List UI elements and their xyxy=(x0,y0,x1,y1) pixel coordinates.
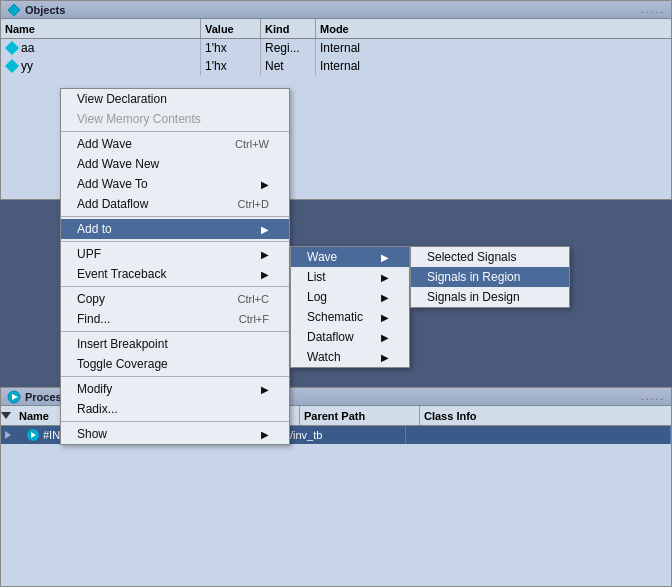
objects-table-header: Name Value Kind Mode xyxy=(1,19,671,39)
row-kind-yy: Net xyxy=(261,57,316,75)
submenu-item-list[interactable]: List ▶ xyxy=(291,267,409,287)
submenu-arrow: ▶ xyxy=(381,332,389,343)
submenu-item-signals-in-design[interactable]: Signals in Design xyxy=(411,287,569,307)
svg-marker-0 xyxy=(8,4,20,16)
expand-arrow-icon xyxy=(5,431,11,439)
submenu-arrow: ▶ xyxy=(381,352,389,363)
col-header-mode[interactable]: Mode xyxy=(316,19,396,38)
submenu-arrow: ▶ xyxy=(261,179,269,190)
submenu-item-schematic[interactable]: Schematic ▶ xyxy=(291,307,409,327)
menu-item-add-wave-to[interactable]: Add Wave To ▶ xyxy=(61,174,289,194)
submenu-arrow: ▶ xyxy=(381,272,389,283)
menu-separator xyxy=(61,131,289,132)
objects-titlebar: Objects ..... xyxy=(1,1,671,19)
diamond-icon xyxy=(5,59,19,73)
submenu-item-watch[interactable]: Watch ▶ xyxy=(291,347,409,367)
submenu-arrow: ▶ xyxy=(381,312,389,323)
submenu-item-wave[interactable]: Wave ▶ xyxy=(291,247,409,267)
menu-item-insert-breakpoint[interactable]: Insert Breakpoint xyxy=(61,334,289,354)
menu-item-event-traceback[interactable]: Event Traceback ▶ xyxy=(61,264,289,284)
submenu-item-signals-in-region[interactable]: Signals in Region xyxy=(411,267,569,287)
menu-item-view-memory[interactable]: View Memory Contents xyxy=(61,109,289,129)
menu-separator xyxy=(61,241,289,242)
table-row[interactable]: yy 1'hx Net Internal xyxy=(1,57,671,75)
menu-separator xyxy=(61,331,289,332)
objects-icon xyxy=(7,3,21,17)
proc-class-init xyxy=(406,426,671,444)
row-kind-aa: Regi... xyxy=(261,39,316,57)
row-value-yy: 1'hx xyxy=(201,57,261,75)
menu-item-add-wave-new[interactable]: Add Wave New xyxy=(61,154,289,174)
menu-item-find[interactable]: Find... Ctrl+F xyxy=(61,309,289,329)
submenu-arrow: ▶ xyxy=(381,292,389,303)
row-value-aa: 1'hx xyxy=(201,39,261,57)
filter-triangle xyxy=(1,412,11,419)
menu-separator xyxy=(61,376,289,377)
menu-item-copy[interactable]: Copy Ctrl+C xyxy=(61,289,289,309)
processes-icon xyxy=(7,390,21,404)
menu-item-modify[interactable]: Modify ▶ xyxy=(61,379,289,399)
submenu-arrow: ▶ xyxy=(261,269,269,280)
menu-item-add-dataflow[interactable]: Add Dataflow Ctrl+D xyxy=(61,194,289,214)
col-header-kind[interactable]: Kind xyxy=(261,19,316,38)
col-header-value[interactable]: Value xyxy=(201,19,261,38)
menu-item-view-declaration[interactable]: View Declaration xyxy=(61,89,289,109)
table-row[interactable]: aa 1'hx Regi... Internal xyxy=(1,39,671,57)
menu-item-toggle-coverage[interactable]: Toggle Coverage xyxy=(61,354,289,374)
submenu-item-selected-signals[interactable]: Selected Signals xyxy=(411,247,569,267)
submenu-item-dataflow[interactable]: Dataflow ▶ xyxy=(291,327,409,347)
menu-separator xyxy=(61,286,289,287)
menu-separator xyxy=(61,216,289,217)
menu-item-radix[interactable]: Radix... xyxy=(61,399,289,419)
row-mode-aa: Internal xyxy=(316,39,396,57)
submenu-arrow: ▶ xyxy=(261,429,269,440)
menu-separator xyxy=(61,421,289,422)
process-icon xyxy=(27,429,39,441)
context-menu[interactable]: View Declaration View Memory Contents Ad… xyxy=(60,88,290,445)
row-name-yy: yy xyxy=(1,57,201,75)
submenu-signals[interactable]: Selected Signals Signals in Region Signa… xyxy=(410,246,570,308)
col-header-name[interactable]: Name xyxy=(1,19,201,38)
menu-item-add-wave[interactable]: Add Wave Ctrl+W xyxy=(61,134,289,154)
proc-expand xyxy=(1,431,21,439)
submenu-arrow: ▶ xyxy=(381,252,389,263)
row-mode-yy: Internal xyxy=(316,57,396,75)
submenu-arrow: ▶ xyxy=(261,384,269,395)
proc-col-header-parent[interactable]: Parent Path xyxy=(300,406,420,425)
objects-title: Objects xyxy=(25,4,641,16)
menu-item-add-to[interactable]: Add to ▶ xyxy=(61,219,289,239)
menu-item-upf[interactable]: UPF ▶ xyxy=(61,244,289,264)
titlebar-dots: ..... xyxy=(641,391,665,402)
submenu-arrow: ▶ xyxy=(261,224,269,235)
proc-col-header-class[interactable]: Class Info xyxy=(420,406,671,425)
titlebar-dots: ..... xyxy=(641,4,665,15)
submenu-arrow: ▶ xyxy=(261,249,269,260)
submenu-item-log[interactable]: Log ▶ xyxy=(291,287,409,307)
row-name-aa: aa xyxy=(1,39,201,57)
menu-item-show[interactable]: Show ▶ xyxy=(61,424,289,444)
proc-parent-init: /inv_tb xyxy=(286,426,406,444)
diamond-icon xyxy=(5,41,19,55)
submenu-wave-list[interactable]: Wave ▶ List ▶ Log ▶ Schematic ▶ Dataflow… xyxy=(290,246,410,368)
